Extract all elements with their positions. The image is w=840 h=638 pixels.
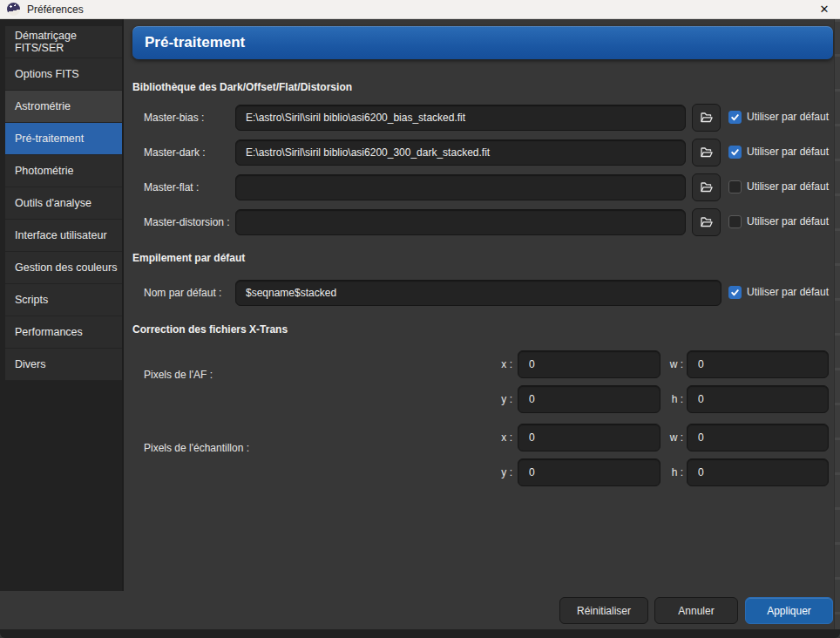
default-name-label: Nom par défaut : (144, 280, 221, 306)
open-folder-icon (700, 215, 714, 229)
af-x-label: x : (488, 350, 512, 378)
master-flat-input[interactable] (235, 174, 686, 200)
master-bias-label: Master-bias : (144, 105, 204, 131)
master-dark-browse-button[interactable] (692, 139, 721, 166)
check-icon (730, 288, 740, 297)
window-title: Préférences (27, 3, 84, 16)
sidebar-item-pre-traitement[interactable]: Pré-traitement (5, 123, 122, 155)
af-w-input[interactable] (687, 350, 829, 378)
master-distorsion-browse-button[interactable] (692, 208, 721, 236)
master-dark-use-default-label: Utiliser par défaut (747, 146, 829, 159)
library-section-title: Bibliothèque des Dark/Offset/Flat/Distor… (132, 81, 352, 93)
master-distorsion-use-default-label: Utiliser par défaut (747, 215, 829, 228)
af-pixels-label: Pixels de l'AF : (144, 368, 213, 382)
master-bias-use-default-checkbox[interactable] (728, 111, 742, 124)
af-h-input[interactable] (687, 385, 829, 413)
af-w-label: w : (659, 350, 683, 378)
af-y-input[interactable] (518, 385, 660, 413)
sample-pixels-label: Pixels de l'échantillon : (144, 441, 249, 455)
sample-h-input[interactable] (687, 458, 829, 486)
open-folder-icon (700, 111, 714, 125)
xtrans-section-title: Correction des fichiers X-Trans (132, 323, 288, 336)
scrollbar[interactable] (834, 19, 840, 629)
af-h-label: h : (659, 385, 683, 413)
default-name-use-default-label: Utiliser par défaut (747, 286, 829, 299)
af-x-input[interactable] (518, 350, 660, 378)
master-flat-browse-button[interactable] (692, 173, 721, 201)
reset-button[interactable]: Réinitialiser (559, 597, 648, 624)
master-dark-input[interactable] (235, 139, 686, 166)
sidebar-item-photometrie[interactable]: Photométrie (5, 155, 122, 187)
page-title: Pré-traitement (132, 26, 833, 59)
master-bias-input[interactable] (235, 105, 686, 131)
sidebar-item-list: Dématriçage FITS/SER Options FITS Astrom… (5, 26, 122, 381)
default-name-input[interactable] (235, 280, 721, 306)
sample-h-label: h : (659, 458, 683, 486)
window-titlebar: Préférences ✕ (0, 0, 840, 19)
master-flat-label: Master-flat : (144, 174, 199, 200)
sidebar-item-dematricage[interactable]: Dématriçage FITS/SER (5, 26, 122, 58)
close-window-button[interactable]: ✕ (816, 2, 832, 17)
sample-x-input[interactable] (518, 424, 660, 451)
master-dark-use-default-checkbox[interactable] (728, 146, 742, 159)
check-icon (730, 147, 740, 157)
apply-button[interactable]: Appliquer (745, 597, 833, 624)
master-bias-use-default-label: Utiliser par défaut (747, 111, 829, 124)
stacking-section-title: Empilement par défaut (132, 252, 245, 264)
siril-app-icon (7, 3, 20, 16)
cancel-button[interactable]: Annuler (654, 597, 738, 624)
open-folder-icon (700, 180, 714, 194)
sidebar-item-outils-analyse[interactable]: Outils d'analyse (5, 187, 122, 220)
master-distorsion-label: Master-distorsion : (144, 209, 230, 235)
preferences-sidebar: Dématriçage FITS/SER Options FITS Astrom… (0, 19, 124, 591)
master-flat-use-default-checkbox[interactable] (728, 180, 742, 193)
open-folder-icon (700, 146, 714, 160)
sample-w-label: w : (659, 424, 683, 451)
master-flat-use-default-label: Utiliser par défaut (747, 180, 829, 193)
master-dark-label: Master-dark : (144, 139, 206, 166)
master-distorsion-use-default-checkbox[interactable] (728, 215, 742, 228)
sample-y-label: y : (488, 458, 512, 486)
master-distorsion-input[interactable] (235, 209, 686, 235)
sidebar-item-scripts[interactable]: Scripts (5, 284, 122, 316)
check-icon (730, 112, 740, 122)
sidebar-item-options-fits[interactable]: Options FITS (5, 58, 122, 91)
sample-x-label: x : (488, 424, 512, 451)
sample-w-input[interactable] (687, 424, 829, 451)
sidebar-item-divers[interactable]: Divers (5, 349, 122, 381)
sidebar-item-interface-utilisateur[interactable]: Interface utilisateur (5, 220, 122, 252)
sample-y-input[interactable] (518, 458, 660, 486)
sidebar-item-astrometrie[interactable]: Astrométrie (5, 91, 122, 123)
sidebar-item-performances[interactable]: Performances (5, 316, 122, 349)
sidebar-item-gestion-couleurs[interactable]: Gestion des couleurs (5, 252, 122, 284)
af-y-label: y : (488, 385, 512, 413)
window-bottom-edge (0, 629, 840, 638)
default-name-use-default-checkbox[interactable] (728, 286, 742, 299)
master-bias-browse-button[interactable] (692, 104, 721, 132)
